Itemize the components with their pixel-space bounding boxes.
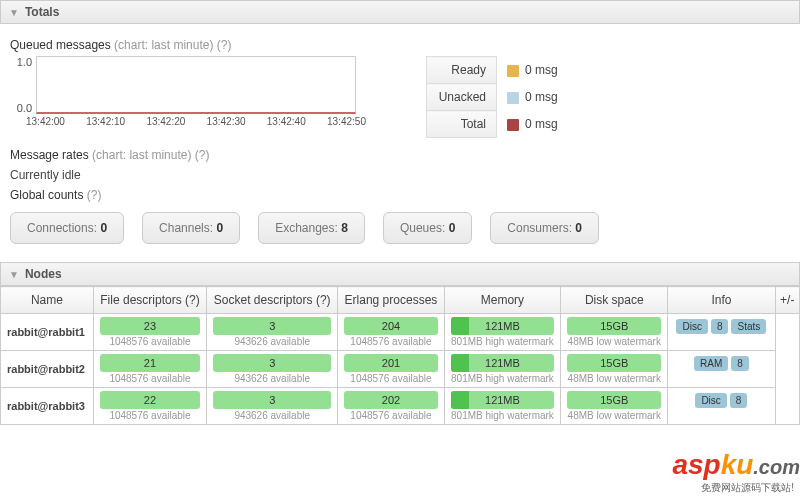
- usage-bar: 3: [213, 354, 331, 372]
- metric-cell: 211048576 available: [93, 351, 206, 388]
- metric-cell: 121MB801MB high watermark: [444, 314, 561, 351]
- tick: 13:42:30: [207, 116, 246, 127]
- help-icon[interactable]: (?): [185, 293, 200, 307]
- count-consumers[interactable]: Consumers: 0: [490, 212, 599, 244]
- nodes-header-row: Name File descriptors (?) Socket descrip…: [1, 287, 800, 314]
- info-badge: 8: [711, 319, 729, 334]
- col-name[interactable]: Name: [1, 287, 94, 314]
- help-icon[interactable]: (?): [87, 188, 102, 202]
- collapse-icon: ▼: [9, 7, 19, 18]
- section-header-nodes[interactable]: ▼ Nodes: [0, 262, 800, 286]
- usage-bar: 15GB: [567, 317, 661, 335]
- count-label: Connections:: [27, 221, 97, 235]
- usage-bar: 21: [100, 354, 200, 372]
- section-header-totals[interactable]: ▼ Totals: [0, 0, 800, 24]
- info-badge: 8: [731, 356, 749, 371]
- rates-idle: Currently idle: [10, 168, 790, 182]
- legend-value: 0 msg: [525, 117, 558, 131]
- usage-bar: 204: [344, 317, 437, 335]
- count-connections[interactable]: Connections: 0: [10, 212, 124, 244]
- avail-text: 1048576 available: [342, 336, 439, 347]
- col-info[interactable]: Info: [668, 287, 775, 314]
- nodes-table: Name File descriptors (?) Socket descrip…: [0, 286, 800, 425]
- info-badge: Stats: [731, 319, 766, 334]
- queued-chart: [36, 56, 356, 114]
- tick: 13:42:00: [26, 116, 65, 127]
- global-counts-row: Connections: 0 Channels: 0 Exchanges: 8 …: [10, 212, 790, 244]
- help-icon[interactable]: (?): [195, 148, 210, 162]
- count-channels[interactable]: Channels: 0: [142, 212, 240, 244]
- avail-text: 48MB low watermark: [565, 410, 663, 421]
- usage-bar: 121MB: [451, 391, 555, 409]
- node-name[interactable]: rabbit@rabbit2: [1, 351, 94, 388]
- count-label: Exchanges:: [275, 221, 338, 235]
- swatch-ready-icon: [507, 65, 519, 77]
- chart-ymax: 1.0: [10, 56, 32, 68]
- metric-cell: 2011048576 available: [338, 351, 444, 388]
- queued-legend: Ready 0 msg Unacked 0 msg Total 0 msg: [426, 56, 569, 138]
- col-disk[interactable]: Disk space: [561, 287, 668, 314]
- swatch-unacked-icon: [507, 92, 519, 104]
- usage-bar: 202: [344, 391, 437, 409]
- col-sd[interactable]: Socket descriptors (?): [207, 287, 338, 314]
- usage-bar: 22: [100, 391, 200, 409]
- avail-text: 1048576 available: [342, 410, 439, 421]
- global-title: Global counts (?): [10, 188, 790, 202]
- avail-text: 943626 available: [211, 336, 333, 347]
- queued-hint: (chart: last minute): [114, 38, 213, 52]
- legend-total-value: 0 msg: [497, 111, 569, 138]
- usage-bar: 15GB: [567, 354, 661, 372]
- rates-hint: (chart: last minute): [92, 148, 191, 162]
- info-cell: Disc8Stats: [668, 314, 775, 351]
- count-exchanges[interactable]: Exchanges: 8: [258, 212, 365, 244]
- node-name[interactable]: rabbit@rabbit1: [1, 314, 94, 351]
- info-badge: 8: [730, 393, 748, 408]
- metric-cell: 3943626 available: [207, 314, 338, 351]
- legend-ready-label: Ready: [427, 57, 497, 84]
- node-name[interactable]: rabbit@rabbit3: [1, 388, 94, 425]
- usage-bar: 23: [100, 317, 200, 335]
- collapse-icon: ▼: [9, 269, 19, 280]
- count-value: 0: [216, 221, 223, 235]
- metric-cell: 121MB801MB high watermark: [444, 351, 561, 388]
- legend-value: 0 msg: [525, 63, 558, 77]
- avail-text: 1048576 available: [342, 373, 439, 384]
- metric-cell: 2021048576 available: [338, 388, 444, 425]
- table-row: rabbit@rabbit2211048576 available3943626…: [1, 351, 800, 388]
- legend-unacked-label: Unacked: [427, 84, 497, 111]
- count-value: 0: [100, 221, 107, 235]
- usage-bar: 121MB: [451, 354, 555, 372]
- info-badge: RAM: [694, 356, 728, 371]
- col-label: File descriptors: [100, 293, 181, 307]
- queued-label: Queued messages: [10, 38, 111, 52]
- metric-cell: 15GB48MB low watermark: [561, 351, 668, 388]
- col-fd[interactable]: File descriptors (?): [93, 287, 206, 314]
- usage-bar: 121MB: [451, 317, 555, 335]
- legend-value: 0 msg: [525, 90, 558, 104]
- rates-title: Message rates (chart: last minute) (?): [10, 148, 790, 162]
- count-label: Consumers:: [507, 221, 572, 235]
- legend-ready-value: 0 msg: [497, 57, 569, 84]
- avail-text: 943626 available: [211, 410, 333, 421]
- metric-cell: 121MB801MB high watermark: [444, 388, 561, 425]
- avail-text: 801MB high watermark: [449, 410, 557, 421]
- help-icon[interactable]: (?): [217, 38, 232, 52]
- avail-text: 1048576 available: [98, 336, 202, 347]
- chart-ymin: 0.0: [10, 102, 32, 114]
- col-plusminus[interactable]: +/-: [775, 287, 799, 314]
- count-value: 0: [449, 221, 456, 235]
- count-label: Queues:: [400, 221, 445, 235]
- col-mem[interactable]: Memory: [444, 287, 561, 314]
- avail-text: 48MB low watermark: [565, 373, 663, 384]
- count-queues[interactable]: Queues: 0: [383, 212, 472, 244]
- metric-cell: 15GB48MB low watermark: [561, 388, 668, 425]
- help-icon[interactable]: (?): [316, 293, 331, 307]
- queued-chart-row: 1.0 0.0 13:42:00 13:42:10 13:42:20 13:42…: [10, 56, 790, 138]
- metric-cell: 15GB48MB low watermark: [561, 314, 668, 351]
- global-label: Global counts: [10, 188, 83, 202]
- col-ep[interactable]: Erlang processes: [338, 287, 444, 314]
- usage-bar: 15GB: [567, 391, 661, 409]
- metric-cell: 221048576 available: [93, 388, 206, 425]
- info-badge: Disc: [695, 393, 726, 408]
- legend-total-label: Total: [427, 111, 497, 138]
